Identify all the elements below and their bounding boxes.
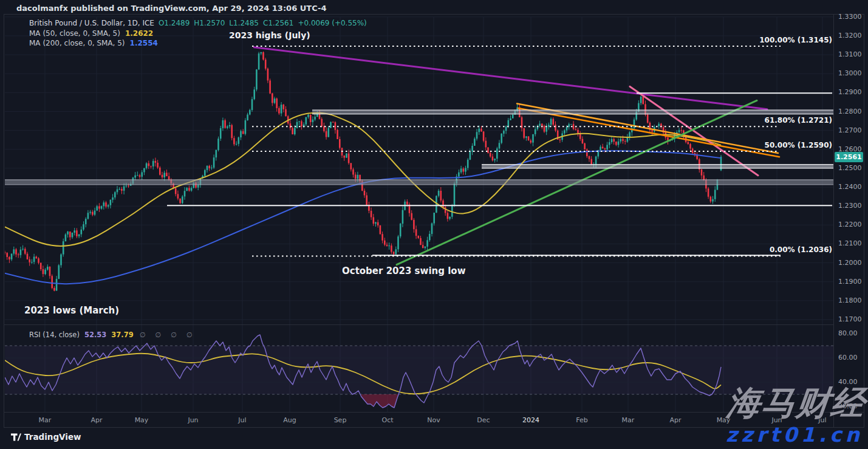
price-tick-label: 1.3100 bbox=[838, 50, 862, 58]
ma200-legend: MA (200, close, 0, SMA, 5)1.2554 bbox=[29, 39, 158, 47]
ma50-legend: MA (50, close, 0, SMA, 5)1.2622 bbox=[29, 29, 153, 38]
ohlc-open: O1.2489 bbox=[159, 19, 190, 27]
ma50-value: 1.2622 bbox=[125, 29, 153, 38]
current-price-badge: 1.2561 bbox=[835, 152, 863, 162]
price-tick-label: 1.2700 bbox=[838, 126, 862, 134]
ohlc-close: C1.2561 bbox=[263, 19, 293, 27]
price-tick-label: 1.2200 bbox=[838, 221, 862, 228]
price-tick-label: 1.2000 bbox=[838, 259, 862, 267]
time-tick-label: Apr bbox=[669, 416, 681, 424]
price-tick-label: 1.3200 bbox=[838, 32, 862, 39]
rsi-legend: RSI (14, close)52.5337.79∅ ∅ ∅ ∅ bbox=[29, 331, 196, 339]
ohlc-low: L1.2485 bbox=[229, 19, 259, 27]
fib-level-label: 50.00% (1.2590) bbox=[765, 141, 832, 149]
ma50-label: MA (50, close, 0, SMA, 5) bbox=[29, 29, 120, 38]
tradingview-logo-icon bbox=[11, 433, 21, 442]
time-tick-label: May bbox=[135, 416, 149, 424]
annotation-2023-highs: 2023 highs (July) bbox=[229, 30, 310, 40]
price-tick-label: 1.2400 bbox=[838, 183, 862, 191]
rsi-value: 52.53 bbox=[84, 331, 106, 339]
fib-level-label: 0.00% (1.2036) bbox=[770, 245, 832, 254]
rsi-tick-label: 80.00 bbox=[838, 329, 858, 337]
watermark-site-name: 海马财经 bbox=[725, 381, 868, 426]
tradingview-logo[interactable]: TradingView bbox=[11, 432, 81, 442]
fib-level-label: 61.80% (1.2721) bbox=[765, 116, 832, 125]
time-tick-label: Nov bbox=[427, 416, 440, 424]
rsi-hidden-params: ∅ ∅ ∅ ∅ bbox=[140, 331, 196, 339]
symbol-name: British Pound / U.S. Dollar, 1D, ICE bbox=[29, 19, 154, 27]
time-tick-label: Mar bbox=[39, 416, 52, 424]
rsi-ma-value: 37.79 bbox=[111, 331, 133, 339]
time-tick-label: Dec bbox=[477, 416, 490, 424]
price-tick-label: 1.1800 bbox=[838, 296, 862, 304]
ma200-value: 1.2554 bbox=[130, 39, 158, 47]
price-tick-label: 1.2300 bbox=[838, 202, 862, 210]
time-tick-label: Jun bbox=[188, 416, 198, 424]
time-tick-label: Oct bbox=[381, 416, 393, 424]
change-value: +0.0069 (+0.55%) bbox=[298, 19, 366, 27]
price-tick-label: 1.2500 bbox=[838, 164, 862, 172]
time-tick-label: Apr bbox=[91, 416, 102, 424]
rsi-tick-label: 60.00 bbox=[838, 354, 858, 362]
price-tick-label: 1.3000 bbox=[838, 69, 862, 77]
price-tick-label: 1.2100 bbox=[838, 239, 862, 247]
time-tick-label: Jul bbox=[238, 416, 246, 424]
annotation-october-swing-low: October 2023 swing low bbox=[342, 266, 466, 276]
rsi-title: RSI (14, close) bbox=[29, 331, 80, 339]
price-tick-label: 1.1700 bbox=[838, 315, 862, 323]
price-tick-label: 1.3300 bbox=[838, 13, 862, 21]
price-tick-label: 1.1900 bbox=[838, 278, 862, 286]
watermark-site-url: zzrt01.cn bbox=[726, 423, 863, 447]
published-title: dacolmanfx published on TradingView.com,… bbox=[16, 4, 326, 13]
time-tick-label: Sep bbox=[334, 416, 347, 424]
ohlc-high: H1.2570 bbox=[194, 19, 225, 27]
tradingview-published-chart: { "topbar": {"title": "dacolmanfx publis… bbox=[0, 0, 868, 449]
time-tick-label: Feb bbox=[576, 416, 587, 424]
time-tick-label: Aug bbox=[283, 416, 296, 424]
ma200-label: MA (200, close, 0, SMA, 5) bbox=[29, 39, 125, 47]
time-tick-label: 2024 bbox=[522, 416, 539, 424]
price-tick-label: 1.2800 bbox=[838, 108, 862, 115]
fib-level-label: 100.00% (1.3145) bbox=[759, 36, 832, 44]
price-tick-label: 1.2900 bbox=[838, 88, 862, 96]
brand-name: TradingView bbox=[24, 432, 81, 442]
time-tick-label: Mar bbox=[622, 416, 635, 424]
annotation-2023-lows: 2023 lows (March) bbox=[24, 305, 119, 316]
symbol-legend: British Pound / U.S. Dollar, 1D, ICEO1.2… bbox=[29, 19, 367, 27]
